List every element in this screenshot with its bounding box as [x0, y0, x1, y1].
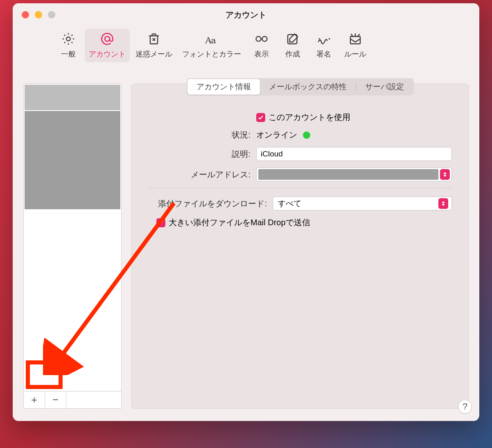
toolbar-item-junk[interactable]: 迷惑メール: [131, 29, 176, 62]
description-label: 説明:: [148, 149, 251, 160]
enable-account-label: このアカウントを使用: [269, 112, 350, 123]
status-value: オンライン: [256, 129, 297, 140]
minus-icon: −: [52, 394, 59, 406]
sidebar-spacer: [24, 210, 121, 391]
status-value-row: オンライン: [256, 129, 310, 140]
window-title: アカウント: [13, 9, 479, 20]
account-info-form: このアカウントを使用 状況: オンライン 説明: メールアドレス:: [132, 104, 468, 243]
remove-account-button[interactable]: −: [45, 391, 66, 408]
toolbar-item-accounts[interactable]: アカウント: [85, 29, 130, 62]
svg-point-0: [66, 37, 70, 41]
download-attachments-select[interactable]: すべて: [273, 197, 452, 210]
sidebar-button-spacer: [66, 391, 121, 408]
help-button[interactable]: ?: [458, 400, 472, 414]
add-account-button[interactable]: +: [24, 391, 45, 408]
form-divider: [148, 188, 452, 188]
email-label: メールアドレス:: [148, 169, 251, 180]
toolbar-item-rules[interactable]: ルール: [340, 29, 370, 62]
download-attachments-label: 添付ファイルをダウンロード:: [148, 198, 267, 209]
tab-account-info[interactable]: アカウント情報: [187, 79, 260, 95]
tab-mailbox-behaviors[interactable]: メールボックスの特性: [260, 79, 356, 95]
maildrop-label: 大きい添付ファイルをMail Dropで送信: [169, 217, 310, 228]
account-list-item[interactable]: [25, 111, 120, 209]
compose-icon: [285, 31, 300, 47]
toolbar-label: 迷惑メール: [135, 49, 172, 59]
checkmark-icon: [156, 218, 165, 227]
account-list-item-selected[interactable]: [25, 85, 120, 110]
toolbar-item-fonts[interactable]: Aa フォントとカラー: [178, 29, 245, 62]
trash-x-icon: [146, 31, 162, 47]
tab-server-settings[interactable]: サーバ設定: [356, 79, 413, 95]
status-online-indicator-icon: [303, 131, 310, 139]
account-tabs: アカウント情報 メールボックスの特性 サーバ設定: [187, 78, 414, 95]
sidebar-buttons: + −: [24, 391, 121, 408]
plus-icon: +: [31, 394, 37, 406]
email-address-combo[interactable]: [256, 167, 452, 181]
toolbar-item-general[interactable]: 一般: [54, 29, 83, 62]
stepper-icon: [438, 198, 448, 209]
svg-point-1: [105, 36, 110, 41]
toolbar-item-signature[interactable]: 署名: [309, 29, 339, 62]
content-area: + − アカウント情報 メールボックスの特性 サーバ設定: [13, 67, 479, 419]
toolbar-label: フォントとカラー: [182, 49, 241, 59]
preferences-window: アカウント 一般 アカウント 迷惑メール Aa フォントとカラー: [13, 3, 479, 421]
font-icon: Aa: [204, 31, 219, 47]
stepper-icon: [440, 169, 450, 180]
gear-icon: [61, 31, 76, 47]
svg-point-5: [262, 36, 267, 41]
account-detail-panel: アカウント情報 メールボックスの特性 サーバ設定 このアカウントを使用: [131, 84, 469, 409]
toolbar-label: 一般: [61, 49, 76, 59]
checkmark-icon: [256, 113, 265, 122]
question-mark-icon: ?: [463, 401, 467, 412]
signature-icon: [316, 31, 332, 47]
description-input[interactable]: [256, 147, 452, 161]
email-address-value: [258, 169, 438, 180]
glasses-icon: [254, 31, 269, 47]
download-attachments-value: すべて: [278, 198, 301, 209]
toolbar-label: アカウント: [89, 49, 126, 59]
svg-point-4: [256, 36, 261, 41]
preferences-toolbar: 一般 アカウント 迷惑メール Aa フォントとカラー 表示: [13, 26, 479, 67]
at-sign-icon: [99, 31, 115, 47]
toolbar-label: 署名: [316, 49, 331, 59]
toolbar-item-compose[interactable]: 作成: [278, 29, 307, 62]
accounts-sidebar: + −: [23, 84, 122, 409]
svg-text:a: a: [211, 36, 216, 45]
toolbar-label: ルール: [344, 49, 366, 59]
toolbar-label: 作成: [285, 49, 300, 59]
maildrop-checkbox[interactable]: 大きい添付ファイルをMail Dropで送信: [156, 217, 310, 228]
rules-icon: [348, 31, 363, 47]
toolbar-label: 表示: [254, 49, 269, 59]
status-label: 状況:: [148, 129, 251, 140]
enable-account-checkbox[interactable]: このアカウントを使用: [256, 112, 350, 123]
toolbar-item-viewing[interactable]: 表示: [247, 29, 276, 62]
titlebar: アカウント: [13, 3, 479, 26]
